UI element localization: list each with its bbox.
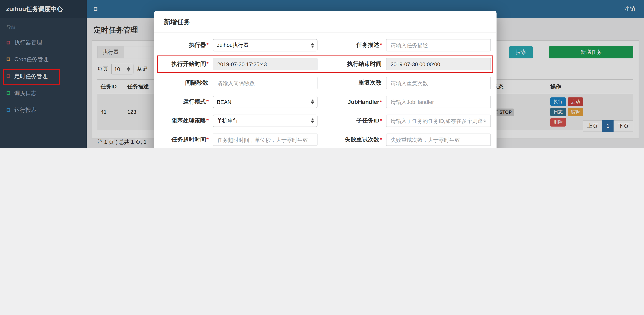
select-arrows-icon: [311, 99, 314, 104]
start-time-input[interactable]: [213, 58, 318, 70]
executor-label: 执行器*: [158, 41, 209, 49]
child-job-id-label: 子任务ID*: [318, 117, 382, 124]
add-job-modal: 新增任务 执行器* zuihou执行器 任务描述* 执行开始时间* 执行结束时间…: [154, 11, 496, 148]
select-value: 单机串行: [217, 117, 238, 124]
form-row: 执行器* zuihou执行器 任务描述*: [158, 39, 491, 52]
select-arrows-icon: [311, 118, 314, 123]
modal-title: 新增任务: [154, 11, 496, 32]
form-row-time: 执行开始时间* 执行结束时间: [158, 58, 491, 70]
select-arrows-icon: [311, 43, 314, 48]
timeout-label: 任务超时时间*: [158, 136, 209, 143]
start-time-label: 执行开始时间*: [158, 60, 209, 68]
modal-body: 执行器* zuihou执行器 任务描述* 执行开始时间* 执行结束时间 间隔秒数…: [154, 33, 496, 148]
timeout-input[interactable]: [213, 134, 318, 146]
interval-label: 间隔秒数: [158, 79, 209, 87]
interval-input[interactable]: [213, 77, 318, 89]
end-time-input[interactable]: [386, 58, 491, 70]
child-job-id-input[interactable]: [386, 115, 491, 127]
run-mode-select[interactable]: BEAN: [213, 96, 318, 108]
form-row: 运行模式* BEAN JobHandler*: [158, 96, 491, 108]
select-value: zuihou执行器: [217, 41, 248, 49]
jobhandler-label: JobHandler*: [318, 99, 382, 105]
form-row: 阻塞处理策略* 单机串行 子任务ID*: [158, 115, 491, 127]
repeat-count-input[interactable]: [386, 77, 491, 89]
block-strategy-label: 阻塞处理策略*: [158, 117, 209, 124]
retry-count-label: 失败重试次数*: [318, 136, 382, 143]
run-mode-label: 运行模式*: [158, 98, 209, 106]
jobhandler-input[interactable]: [386, 96, 491, 108]
app-root: zuihou任务调度中心 注销 导航 执行器管理 Cron任务管理 定时任务管理…: [0, 0, 644, 148]
block-strategy-select[interactable]: 单机串行: [213, 115, 318, 127]
form-row: 任务超时时间* 失败重试次数*: [158, 134, 491, 146]
executor-select[interactable]: zuihou执行器: [213, 39, 318, 52]
retry-count-input[interactable]: [386, 134, 491, 146]
form-row: 间隔秒数 重复次数: [158, 77, 491, 89]
end-time-label: 执行结束时间: [318, 60, 382, 68]
select-value: BEAN: [217, 99, 231, 105]
job-desc-label: 任务描述*: [318, 41, 382, 49]
job-desc-input[interactable]: [386, 39, 491, 52]
repeat-count-label: 重复次数: [318, 79, 382, 87]
